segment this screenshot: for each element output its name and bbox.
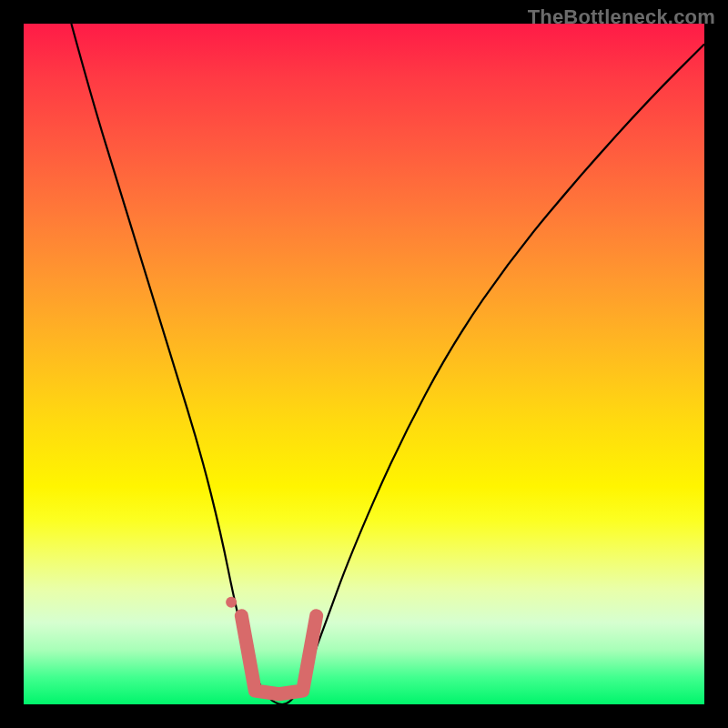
pink-v-marker (241, 616, 316, 694)
pink-dot-marker (226, 597, 237, 608)
chart-svg (24, 24, 704, 704)
chart-plot-area (24, 24, 704, 704)
bottleneck-curve (71, 24, 704, 704)
